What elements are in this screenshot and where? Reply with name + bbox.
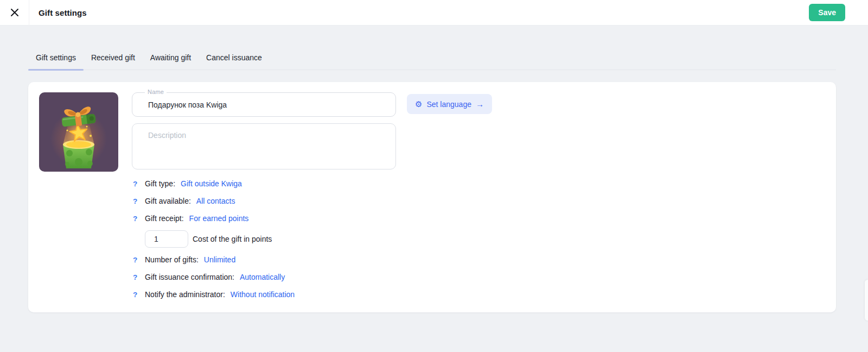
number-of-gifts-link[interactable]: Unlimited bbox=[204, 255, 235, 264]
gift-box-illustration bbox=[39, 92, 118, 172]
issuance-confirmation-link[interactable]: Automatically bbox=[240, 273, 285, 281]
notify-administrator-link[interactable]: Without notification bbox=[231, 290, 295, 299]
row-issuance-confirmation: ? Gift issuance confirmation: Automatica… bbox=[133, 272, 825, 282]
cost-row: Cost of the gift in points bbox=[145, 230, 825, 248]
help-icon[interactable]: ? bbox=[133, 215, 139, 223]
row-number-of-gifts: ? Number of gifts: Unlimited bbox=[133, 254, 825, 265]
name-input[interactable] bbox=[132, 92, 396, 117]
cost-input[interactable] bbox=[145, 230, 188, 248]
setting-label: Gift issuance confirmation: bbox=[145, 273, 234, 281]
save-button[interactable]: Save bbox=[809, 4, 845, 21]
setting-label: Gift receipt: bbox=[145, 214, 184, 223]
set-language-label: Set language bbox=[426, 100, 471, 109]
help-icon[interactable]: ? bbox=[133, 256, 139, 264]
row-gift-receipt: ? Gift receipt: For earned points bbox=[133, 213, 825, 224]
name-field-label: Name bbox=[145, 89, 167, 95]
settings-rows: ? Gift type: Gift outside Kwiga ? Gift a… bbox=[132, 178, 825, 300]
tab-cancel-issuance[interactable]: Cancel issuance bbox=[199, 48, 270, 70]
close-icon bbox=[9, 7, 20, 18]
tab-received-gift[interactable]: Received gift bbox=[84, 48, 143, 70]
row-notify-administrator: ? Notify the administrator: Without noti… bbox=[133, 289, 825, 300]
settings-card: Name ⚙ Set language → ? Gift type: Gift … bbox=[28, 82, 836, 312]
row-gift-available: ? Gift available: All contacts bbox=[133, 196, 825, 206]
gift-image[interactable] bbox=[39, 92, 118, 172]
cost-label: Cost of the gift in points bbox=[193, 235, 272, 243]
gift-type-link[interactable]: Gift outside Kwiga bbox=[181, 179, 242, 188]
help-icon[interactable]: ? bbox=[133, 197, 139, 205]
row-gift-type: ? Gift type: Gift outside Kwiga bbox=[133, 178, 825, 189]
gear-icon: ⚙ bbox=[415, 100, 422, 108]
description-input[interactable] bbox=[132, 123, 396, 169]
help-icon[interactable]: ? bbox=[133, 273, 139, 281]
tab-awaiting-gift[interactable]: Awaiting gift bbox=[143, 48, 199, 70]
setting-label: Gift available: bbox=[145, 197, 191, 205]
help-icon[interactable]: ? bbox=[133, 291, 139, 299]
page-title: Gift settings bbox=[39, 8, 87, 17]
tab-gift-settings[interactable]: Gift settings bbox=[28, 48, 84, 70]
tabs-bar: Gift settings Received gift Awaiting gif… bbox=[28, 48, 836, 70]
topbar: Gift settings Save bbox=[0, 0, 868, 26]
gift-receipt-link[interactable]: For earned points bbox=[189, 214, 249, 223]
set-language-button[interactable]: ⚙ Set language → bbox=[407, 94, 492, 114]
setting-label: Notify the administrator: bbox=[145, 290, 225, 299]
help-icon[interactable]: ? bbox=[133, 180, 139, 188]
gift-available-link[interactable]: All contacts bbox=[196, 197, 235, 205]
setting-label: Gift type: bbox=[145, 179, 175, 188]
gift-form: Name ⚙ Set language → ? Gift type: Gift … bbox=[132, 92, 825, 300]
close-button[interactable] bbox=[0, 0, 29, 26]
scrollbar-thumb[interactable] bbox=[865, 280, 868, 320]
name-field-wrapper: Name bbox=[132, 92, 396, 117]
setting-label: Number of gifts: bbox=[145, 255, 199, 264]
arrow-right-icon: → bbox=[476, 100, 484, 108]
